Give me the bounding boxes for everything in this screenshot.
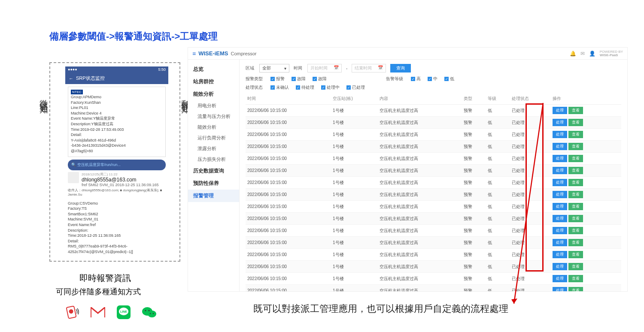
caption-multichannel: 可同步伴隨多種通知方式 bbox=[56, 287, 141, 297]
view-button[interactable]: 查看 bbox=[568, 239, 583, 246]
process-button[interactable]: 处理 bbox=[553, 239, 567, 246]
menu-icon[interactable]: ≡ bbox=[192, 50, 196, 57]
table-row: 2022/06/06 10:15:001号楼空压机主机温度过高预警低已处理处理查… bbox=[246, 117, 621, 129]
process-button[interactable]: 处理 bbox=[553, 143, 567, 150]
process-button[interactable]: 处理 bbox=[553, 287, 567, 291]
process-button[interactable]: 处理 bbox=[553, 155, 567, 162]
alarm-type-label: 报警类型 bbox=[246, 76, 263, 82]
view-button[interactable]: 查看 bbox=[568, 191, 583, 198]
sidebar-item[interactable]: 预防性保养 bbox=[188, 177, 239, 190]
checkbox[interactable]: ✓未确认 bbox=[270, 85, 289, 91]
mail-icon[interactable]: ✉ bbox=[580, 51, 585, 57]
view-button[interactable]: 查看 bbox=[568, 179, 583, 186]
view-button[interactable]: 查看 bbox=[568, 263, 583, 270]
start-date[interactable]: 开始时间📅 bbox=[307, 64, 342, 72]
user-icon[interactable]: 👤 bbox=[589, 51, 595, 57]
line-icon: LINE bbox=[116, 305, 131, 319]
process-button[interactable]: 处理 bbox=[553, 167, 567, 174]
wechat-line: @ATag5|>80 bbox=[71, 148, 163, 154]
view-button[interactable]: 查看 bbox=[568, 143, 583, 150]
sidebar-item[interactable]: 报警管理 bbox=[188, 190, 239, 202]
area-select[interactable]: 全部▾ bbox=[259, 64, 289, 72]
checkbox[interactable]: ✓故障 bbox=[313, 76, 327, 82]
wechat-icon bbox=[142, 305, 157, 319]
sidebar-item[interactable]: 流量与压力分析 bbox=[188, 111, 239, 122]
wechat-line: Machine:Device 4 bbox=[71, 111, 163, 116]
end-date[interactable]: 结束时间📅 bbox=[352, 64, 386, 72]
col-header: 类型 bbox=[462, 93, 486, 105]
sidebar-item[interactable]: 能效分析 bbox=[188, 122, 239, 133]
filter-row-2: 报警类型 ✓报警✓故障✓故障 告警等级 ✓高✓中✓低 bbox=[246, 76, 621, 82]
area-label: 区域 bbox=[246, 65, 254, 71]
col-header: 时间 bbox=[246, 93, 331, 105]
view-button[interactable]: 查看 bbox=[568, 167, 583, 174]
sidebar-item[interactable]: 压力损失分析 bbox=[188, 154, 239, 165]
view-button[interactable]: 查看 bbox=[568, 203, 583, 210]
process-button[interactable]: 处理 bbox=[553, 179, 567, 186]
checkbox[interactable]: ✓待处理 bbox=[296, 85, 314, 91]
bell-icon[interactable]: 🔔 bbox=[570, 51, 576, 57]
view-button[interactable]: 查看 bbox=[568, 251, 583, 258]
sidebar-item[interactable]: 能效分析 bbox=[188, 88, 239, 100]
checkbox[interactable]: ✓中 bbox=[428, 76, 437, 82]
process-button[interactable]: 处理 bbox=[553, 131, 567, 138]
checkbox[interactable]: ✓高 bbox=[411, 76, 421, 82]
time-label: 时间 bbox=[294, 65, 302, 71]
svg-point-8 bbox=[145, 310, 146, 311]
back-icon[interactable]: ← bbox=[69, 76, 73, 81]
powered-by: POWERED BYWISE-PaaS bbox=[600, 50, 623, 57]
wechat-line: Y-Axis|dafa8c8 461d-496d bbox=[71, 138, 163, 143]
sidebar-item[interactable]: 用电分析 bbox=[188, 100, 239, 111]
checkbox[interactable]: ✓低 bbox=[444, 76, 454, 82]
signal: ●●●● bbox=[68, 67, 77, 72]
wechat-card: NTEC Group:APMDemoFactory:KunShanLine:PL… bbox=[68, 87, 166, 157]
svg-point-10 bbox=[150, 313, 151, 314]
brand-sub: Compressor bbox=[231, 51, 257, 56]
email-body: Group:CSVDemoFactory:TSSmartBox1:SM62Mac… bbox=[68, 201, 166, 255]
process-button[interactable]: 处理 bbox=[553, 191, 567, 198]
ntec-logo: NTEC bbox=[71, 90, 83, 94]
view-button[interactable]: 查看 bbox=[568, 107, 583, 114]
process-button[interactable]: 处理 bbox=[553, 215, 567, 222]
phone-input-hint[interactable]: 🔍 空压机温度异常/run/run... bbox=[68, 160, 166, 170]
phone-statusbar: ●●●● 5:50 bbox=[65, 66, 168, 72]
email-block: 2018/12/25(周二) 11:22 dhlong8555a@163.com… bbox=[68, 172, 166, 196]
sidebar-item[interactable]: 运行负荷分析 bbox=[188, 133, 239, 143]
process-button[interactable]: 处理 bbox=[553, 203, 567, 210]
sidebar-item[interactable]: 历史数据查询 bbox=[188, 165, 239, 177]
view-button[interactable]: 查看 bbox=[568, 275, 583, 282]
alert-icon bbox=[64, 305, 80, 319]
checkbox[interactable]: ✓报警 bbox=[270, 76, 285, 82]
view-button[interactable]: 查看 bbox=[568, 215, 583, 222]
checkbox[interactable]: ✓故障 bbox=[292, 76, 306, 82]
sidebar-item[interactable]: 泄露分析 bbox=[188, 143, 239, 154]
view-button[interactable]: 查看 bbox=[568, 119, 583, 126]
checkbox[interactable]: ✓处理中 bbox=[321, 85, 340, 91]
wechat-line: Time:2019-02-28 17:53:49.003 bbox=[71, 127, 163, 133]
table-row: 2022/06/06 10:15:001号楼空压机主机温度过高预警低已处理处理查… bbox=[246, 249, 621, 261]
notification-panel: 微信通知 郵件通知 ●●●● 5:50 ← SRP状态监控 NTEC Group… bbox=[49, 62, 180, 262]
process-button[interactable]: 处理 bbox=[553, 227, 567, 234]
clock: 5:50 bbox=[158, 67, 166, 72]
process-button[interactable]: 处理 bbox=[553, 263, 567, 270]
process-button[interactable]: 处理 bbox=[553, 251, 567, 258]
sidebar-item[interactable]: 总览 bbox=[188, 63, 239, 75]
query-button[interactable]: 查询 bbox=[390, 64, 411, 72]
process-button[interactable]: 处理 bbox=[553, 107, 567, 114]
table-row: 2022/06/06 10:15:001号楼空压机主机温度过高预警低已处理处理查… bbox=[246, 189, 621, 201]
table-row: 2022/06/06 10:15:001号楼空压机主机温度过高预警低已处理处理查… bbox=[246, 105, 621, 117]
filter-row-3: 处理状态 ✓未确认✓待处理✓处理中✓已处理 bbox=[246, 85, 621, 91]
filter-row-1: 区域 全部▾ 时间 开始时间📅 - 结束时间📅 查询 bbox=[246, 64, 621, 72]
phone-mockup: ●●●● 5:50 ← SRP状态监控 NTEC Group:APMDemoFa… bbox=[65, 66, 168, 259]
view-button[interactable]: 查看 bbox=[568, 287, 583, 291]
sidebar-item[interactable]: 站房群控 bbox=[188, 75, 239, 88]
view-button[interactable]: 查看 bbox=[568, 227, 583, 234]
checkbox[interactable]: ✓已处理 bbox=[346, 85, 365, 91]
process-button[interactable]: 处理 bbox=[553, 119, 567, 126]
view-button[interactable]: 查看 bbox=[568, 131, 583, 138]
wechat-line: Line:PL01 bbox=[71, 105, 163, 111]
view-button[interactable]: 查看 bbox=[568, 155, 583, 162]
content: 区域 全部▾ 时间 开始时间📅 - 结束时间📅 查询 报警类型 ✓报警✓故障✓故… bbox=[240, 60, 627, 291]
table-row: 2022/06/06 10:15:001号楼空压机主机温度过高预警低已处理处理查… bbox=[246, 201, 621, 213]
process-button[interactable]: 处理 bbox=[553, 275, 567, 282]
